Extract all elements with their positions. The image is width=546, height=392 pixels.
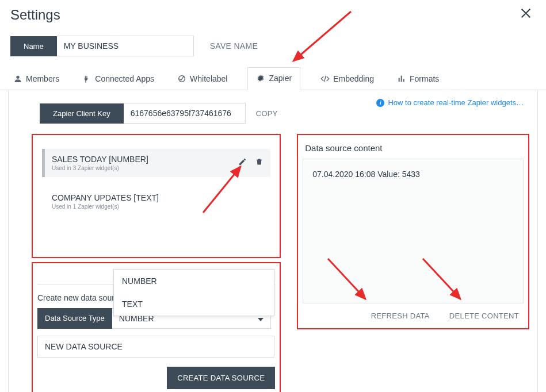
dropdown-option[interactable]: NUMBER: [114, 270, 274, 293]
annotation-box-create: Create new data source NUMBER TEXT Data …: [32, 262, 281, 392]
close-button[interactable]: [516, 5, 536, 25]
svg-rect-4: [399, 78, 400, 82]
tab-connected-apps[interactable]: Connected Apps: [79, 68, 157, 90]
client-key-value: 6167656e63795f737461676: [124, 103, 246, 124]
save-name-button[interactable]: SAVE NAME: [210, 41, 258, 51]
data-source-sub: Used in 1 Zapier widget(s): [52, 203, 159, 210]
svg-rect-5: [401, 76, 402, 82]
annotation-box-content: Data source content 07.04.2020 16:08 Val…: [297, 134, 529, 329]
annotation-box-sources: SALES TODAY [NUMBER] Used in 3 Zapier wi…: [32, 134, 281, 258]
tab-whitelabel[interactable]: Whitelabel: [174, 68, 230, 90]
trash-icon[interactable]: [255, 157, 264, 168]
dropdown-option[interactable]: TEXT: [114, 293, 274, 316]
type-label: Data Source Type: [37, 308, 112, 329]
content-panel-body: 07.04.2020 16:08 Value: 5433: [303, 159, 524, 303]
tab-members[interactable]: Members: [10, 68, 62, 90]
person-icon: [13, 74, 22, 83]
bars-icon: [397, 74, 406, 83]
copy-button[interactable]: COPY: [256, 109, 278, 118]
tab-content: i How to create real-time Zapier widgets…: [8, 90, 538, 392]
type-dropdown-menu[interactable]: NUMBER TEXT: [113, 269, 274, 316]
data-source-title: COMPANY UPDATES [TEXT]: [52, 193, 159, 202]
create-data-source-button[interactable]: CREATE DATA SOURCE: [167, 367, 275, 389]
tab-label: Embedding: [333, 74, 374, 83]
tab-zapier[interactable]: Zapier: [247, 67, 300, 90]
edit-icon[interactable]: [238, 157, 247, 168]
delete-content-button[interactable]: DELETE CONTENT: [449, 312, 519, 320]
client-key-label: Zapier Client Key: [40, 103, 124, 124]
info-icon: i: [376, 99, 384, 107]
tab-label: Members: [26, 74, 59, 83]
tab-formats[interactable]: Formats: [394, 68, 442, 90]
help-link[interactable]: i How to create real-time Zapier widgets…: [376, 98, 524, 107]
tabs-bar: Members Connected Apps Whitelabel Zapier…: [0, 67, 546, 90]
tab-label: Connected Apps: [95, 74, 154, 83]
tab-embedding[interactable]: Embedding: [318, 68, 377, 90]
page-title: Settings: [10, 7, 60, 23]
tab-label: Zapier: [269, 74, 292, 83]
zapier-icon: [256, 74, 265, 83]
code-icon: [320, 74, 330, 83]
refresh-data-button[interactable]: REFRESH DATA: [371, 312, 430, 320]
tab-label: Whitelabel: [190, 74, 227, 83]
tab-label: Formats: [410, 74, 439, 83]
svg-rect-6: [403, 79, 404, 82]
data-source-sub: Used in 3 Zapier widget(s): [52, 165, 148, 171]
business-name-input[interactable]: [57, 36, 194, 56]
content-panel-title: Data source content: [305, 143, 521, 153]
help-link-text: How to create real-time Zapier widgets…: [388, 98, 524, 107]
name-label: Name: [10, 36, 57, 56]
svg-point-2: [16, 76, 19, 79]
plug-icon: [82, 74, 91, 83]
whitelabel-icon: [177, 74, 186, 83]
data-source-title: SALES TODAY [NUMBER]: [52, 155, 148, 164]
new-source-name-input[interactable]: [37, 336, 274, 358]
data-source-row[interactable]: COMPANY UPDATES [TEXT] Used in 1 Zapier …: [42, 187, 270, 216]
data-source-row[interactable]: SALES TODAY [NUMBER] Used in 3 Zapier wi…: [42, 149, 270, 177]
